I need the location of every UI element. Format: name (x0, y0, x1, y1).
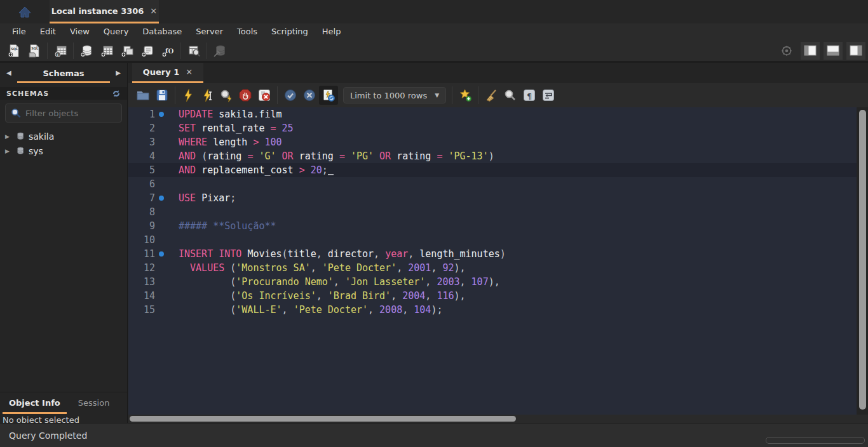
code-line[interactable]: 4AND (rating = 'G' OR rating = 'PG' OR r… (128, 149, 868, 163)
query-tab[interactable]: Query 1 ✕ (132, 63, 203, 83)
open-file-button[interactable] (133, 86, 153, 105)
menu-item-database[interactable]: Database (135, 23, 189, 40)
vertical-scrollbar-thumb[interactable] (859, 110, 866, 410)
commit-button[interactable] (281, 86, 300, 105)
tab-session[interactable]: Session (69, 392, 119, 414)
code-line[interactable]: 1UPDATE sakila.film (128, 107, 868, 121)
expand-icon[interactable]: ▶ (5, 133, 11, 140)
schemas-section-bar: SCHEMAS (0, 87, 127, 100)
menu-item-scripting[interactable]: Scripting (264, 23, 315, 40)
new-snippet-icon (458, 88, 472, 102)
sql-editor[interactable]: 1UPDATE sakila.film2SET rental_rate = 25… (128, 107, 868, 415)
toggle-right-panel-button[interactable] (846, 42, 865, 60)
new-function-icon: f() (161, 44, 175, 58)
object-info-status: No object selected (0, 415, 127, 423)
tab-object-info[interactable]: Object Info (0, 392, 69, 414)
toolbar-separator (277, 86, 278, 104)
code-line[interactable]: 10 (128, 233, 868, 247)
schema-item-sakila[interactable]: ▶sakila (0, 129, 127, 143)
new-procedure-button[interactable] (137, 41, 158, 60)
close-icon[interactable]: ✕ (186, 67, 193, 77)
horizontal-scrollbar (128, 415, 868, 423)
home-tab[interactable] (0, 0, 50, 23)
filter-input[interactable] (25, 109, 128, 118)
sidebar-header: ◀ Schemas ▶ (0, 63, 127, 83)
new-function-button[interactable]: f() (158, 41, 178, 60)
beautify-button[interactable] (482, 86, 501, 105)
code-line[interactable]: 3WHERE length > 100 (128, 135, 868, 149)
execute-current-button[interactable] (198, 86, 217, 105)
execute-button[interactable] (179, 86, 198, 105)
new-schema-button[interactable] (76, 41, 97, 60)
code-line[interactable]: 7USE Pixar; (128, 191, 868, 205)
close-icon[interactable]: ✕ (150, 6, 157, 16)
sidebar-prev-icon[interactable]: ◀ (6, 69, 11, 76)
menu-item-file[interactable]: File (5, 23, 33, 40)
sidebar-header-title: Schemas (43, 69, 84, 78)
wrap-icon (541, 88, 555, 102)
menu-item-help[interactable]: Help (315, 23, 348, 40)
line-number: 12 (128, 262, 155, 274)
find-button[interactable] (501, 86, 520, 105)
open-sql-script-button[interactable]: SQL (24, 41, 44, 60)
sidebar-next-icon[interactable]: ▶ (116, 69, 121, 76)
text-cursor (328, 165, 334, 175)
line-number: 4 (128, 150, 155, 162)
limit-rows-dropdown[interactable]: Limit to 1000 rows▼ (343, 87, 446, 103)
menu-item-edit[interactable]: Edit (33, 23, 63, 40)
horizontal-scrollbar-thumb[interactable] (130, 416, 516, 422)
code-line[interactable]: 6 (128, 177, 868, 191)
line-number: 7 (128, 192, 155, 204)
code-line[interactable]: 12 VALUES ('Monstros SA', 'Pete Docter',… (128, 261, 868, 275)
rollback-button[interactable] (300, 86, 319, 105)
toolbar-separator (73, 43, 74, 59)
menu-item-view[interactable]: View (63, 23, 97, 40)
stop-button[interactable] (236, 86, 255, 105)
toolbar-separator (180, 43, 181, 59)
content: ◀ Schemas ▶ SCHEMAS ▶sakila▶sys Object I… (0, 63, 868, 423)
status-text: Query Completed (9, 430, 87, 441)
toggle-bottom-panel-button[interactable] (824, 42, 843, 60)
code-line[interactable]: 15 ('WALL-E', 'Pete Docter', 2008, 104); (128, 303, 868, 317)
stop-on-error-button[interactable] (255, 86, 274, 105)
code-text: INSERT INTO Movies(title, director, year… (179, 248, 506, 260)
code-text: AND replacement_cost > 20; (179, 164, 334, 176)
search-icon (11, 108, 21, 118)
invisibles-button[interactable]: ¶ (520, 86, 539, 105)
connection-tab[interactable]: Local instance 3306 ✕ (50, 0, 159, 23)
line-number: 9 (128, 220, 155, 232)
save-button[interactable] (153, 86, 172, 105)
autocommit-button[interactable] (319, 86, 338, 105)
new-view-button[interactable] (117, 41, 137, 60)
titlebar: Local instance 3306 ✕ (0, 0, 868, 23)
new-table-button[interactable] (97, 41, 117, 60)
menu-item-server[interactable]: Server (189, 23, 230, 40)
code-line[interactable]: 8 (128, 205, 868, 219)
toolbar-separator (47, 43, 48, 59)
wrap-button[interactable] (539, 86, 558, 105)
search-data-button[interactable] (184, 41, 204, 60)
expand-icon[interactable]: ▶ (5, 148, 11, 154)
svg-text:i: i (57, 52, 58, 57)
code-line[interactable]: 11INSERT INTO Movies(title, director, ye… (128, 247, 868, 261)
code-line[interactable]: 2SET rental_rate = 25 (128, 121, 868, 135)
code-text: USE Pixar; (179, 192, 236, 204)
statement-marker-dot (159, 112, 164, 117)
inspector-button[interactable]: i (50, 41, 71, 60)
code-line[interactable]: 5AND replacement_cost > 20; (128, 163, 868, 177)
statement-marker (155, 196, 168, 201)
menu-item-query[interactable]: Query (97, 23, 136, 40)
refresh-icon[interactable] (112, 90, 121, 98)
code-line[interactable]: 13 ('Procurando Nemo', 'Jon Lasseter', 2… (128, 275, 868, 289)
code-line[interactable]: 9##### **Solução** (128, 219, 868, 233)
preferences-button[interactable] (776, 41, 797, 60)
line-number: 13 (128, 276, 155, 288)
reconnect-icon (213, 44, 227, 58)
toggle-left-panel-button[interactable] (801, 42, 820, 60)
new-snippet-button[interactable] (456, 86, 475, 105)
new-sql-tab-button[interactable]: SQL (4, 41, 24, 60)
menu-item-tools[interactable]: Tools (230, 23, 264, 40)
explain-button[interactable] (217, 86, 236, 105)
schema-item-sys[interactable]: ▶sys (0, 143, 127, 158)
code-line[interactable]: 14 ('Os Incríveis', 'Brad Bird', 2004, 1… (128, 289, 868, 303)
